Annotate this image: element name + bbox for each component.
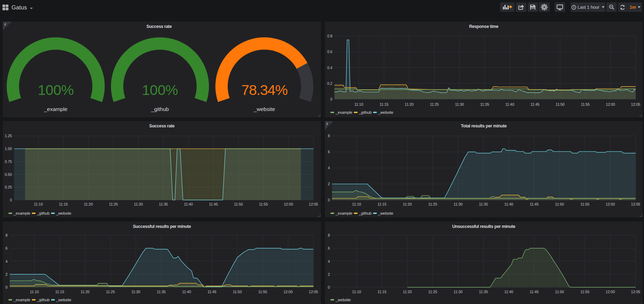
svg-text:11:15: 11:15	[59, 202, 68, 206]
svg-text:12:05: 12:05	[631, 202, 640, 206]
svg-text:11:55: 11:55	[258, 290, 267, 294]
svg-text:6: 6	[328, 150, 330, 154]
svg-text:4: 4	[328, 166, 330, 170]
svg-text:11:55: 11:55	[259, 202, 268, 206]
svg-text:12:00: 12:00	[284, 202, 293, 206]
svg-text:11:25: 11:25	[430, 102, 439, 106]
svg-text:11:30: 11:30	[134, 202, 143, 206]
svg-text:11:35: 11:35	[159, 202, 168, 206]
svg-text:11:20: 11:20	[84, 202, 93, 206]
svg-text:11:40: 11:40	[504, 202, 513, 206]
svg-text:0: 0	[10, 198, 12, 202]
svg-text:11:10: 11:10	[352, 202, 361, 206]
svg-text:1.00: 1.00	[5, 147, 12, 151]
svg-text:0.4: 0.4	[327, 66, 332, 70]
svg-text:11:40: 11:40	[504, 290, 513, 294]
svg-text:1.25: 1.25	[5, 134, 12, 138]
svg-text:11:10: 11:10	[30, 290, 39, 294]
svg-text:11:50: 11:50	[556, 102, 565, 106]
svg-text:100%: 100%	[38, 82, 74, 98]
svg-text:12:05: 12:05	[631, 290, 640, 294]
svg-text:2: 2	[6, 272, 8, 276]
svg-text:4: 4	[328, 259, 330, 264]
svg-text:_example: _example	[44, 106, 67, 112]
svg-text:12:05: 12:05	[631, 102, 640, 106]
svg-text:12:00: 12:00	[284, 290, 293, 294]
svg-text:0.6: 0.6	[327, 50, 332, 54]
svg-text:12:05: 12:05	[309, 290, 318, 294]
svg-text:11:50: 11:50	[555, 202, 564, 206]
svg-text:11:30: 11:30	[131, 290, 140, 294]
svg-text:11:10: 11:10	[354, 102, 364, 106]
svg-text:11:25: 11:25	[428, 202, 437, 206]
svg-text:0: 0	[328, 285, 330, 289]
svg-text:11:50: 11:50	[233, 290, 242, 294]
svg-text:11:55: 11:55	[580, 290, 590, 294]
svg-text:11:35: 11:35	[157, 290, 166, 294]
svg-text:0.8: 0.8	[327, 34, 332, 38]
svg-text:0: 0	[328, 198, 330, 202]
svg-text:12:05: 12:05	[309, 202, 318, 206]
svg-text:0.25: 0.25	[5, 185, 12, 189]
svg-text:11:15: 11:15	[55, 290, 64, 294]
svg-text:11:20: 11:20	[81, 290, 90, 294]
svg-text:2: 2	[328, 272, 330, 276]
svg-text:11:20: 11:20	[403, 202, 412, 206]
svg-text:0.75: 0.75	[5, 160, 12, 164]
svg-text:12:00: 12:00	[606, 202, 615, 206]
svg-text:2: 2	[328, 182, 330, 186]
svg-text:11:45: 11:45	[209, 202, 218, 206]
svg-text:4: 4	[6, 259, 8, 264]
svg-text:11:10: 11:10	[352, 290, 361, 294]
svg-text:78.34%: 78.34%	[241, 82, 287, 98]
svg-text:11:35: 11:35	[479, 290, 488, 294]
svg-text:11:25: 11:25	[106, 290, 115, 294]
svg-text:11:35: 11:35	[479, 202, 488, 206]
svg-text:11:55: 11:55	[581, 102, 590, 106]
svg-text:0.2: 0.2	[327, 81, 332, 86]
svg-text:0.50: 0.50	[5, 172, 12, 177]
svg-text:11:30: 11:30	[454, 202, 463, 206]
svg-text:11:45: 11:45	[530, 102, 540, 106]
svg-text:11:30: 11:30	[454, 290, 463, 294]
svg-text:11:40: 11:40	[505, 102, 514, 106]
svg-text:11:50: 11:50	[234, 202, 243, 206]
svg-text:0: 0	[6, 285, 8, 289]
svg-text:11:15: 11:15	[380, 102, 389, 106]
svg-text:0: 0	[330, 97, 332, 101]
svg-text:11:45: 11:45	[530, 202, 539, 206]
svg-text:11:25: 11:25	[428, 290, 437, 294]
svg-text:11:20: 11:20	[403, 290, 412, 294]
svg-text:6: 6	[6, 246, 8, 250]
svg-text:6: 6	[328, 246, 330, 250]
svg-text:8: 8	[328, 233, 330, 237]
svg-text:11:15: 11:15	[378, 202, 387, 206]
svg-text:11:45: 11:45	[207, 290, 217, 294]
svg-text:11:40: 11:40	[182, 290, 191, 294]
svg-text:11:55: 11:55	[580, 202, 590, 206]
svg-text:11:45: 11:45	[530, 290, 539, 294]
svg-text:11:30: 11:30	[455, 102, 464, 106]
svg-text:100%: 100%	[142, 82, 178, 98]
svg-text:_github: _github	[151, 106, 169, 112]
svg-text:11:20: 11:20	[405, 102, 414, 106]
svg-text:8: 8	[6, 233, 8, 237]
svg-text:_website: _website	[253, 106, 275, 112]
svg-text:11:10: 11:10	[34, 202, 43, 206]
svg-text:11:15: 11:15	[378, 290, 387, 294]
svg-text:8: 8	[328, 134, 330, 138]
svg-text:11:40: 11:40	[184, 202, 193, 206]
svg-text:11:50: 11:50	[555, 290, 564, 294]
svg-text:12:00: 12:00	[606, 290, 615, 294]
svg-text:12:00: 12:00	[606, 102, 615, 106]
svg-text:11:25: 11:25	[109, 202, 118, 206]
svg-text:11:35: 11:35	[480, 102, 489, 106]
